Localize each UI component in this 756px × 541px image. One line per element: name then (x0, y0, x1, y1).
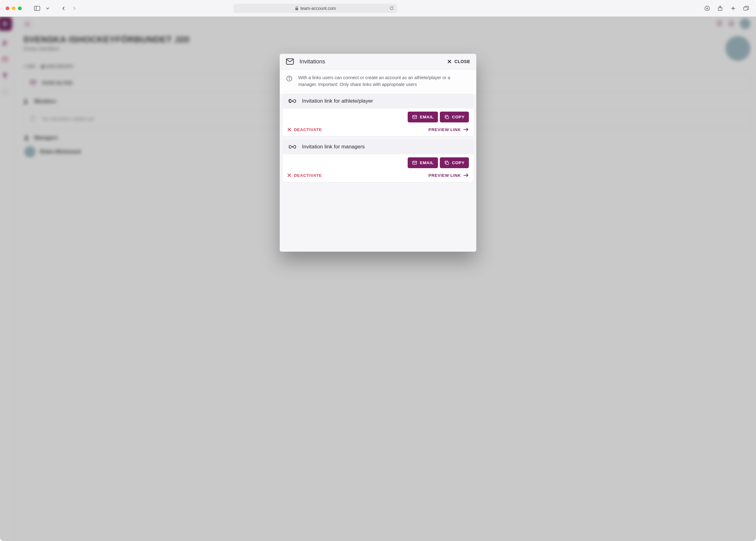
window-minimize[interactable] (12, 6, 15, 10)
preview-link-button[interactable]: PREVIEW LINK (428, 127, 469, 132)
modal-header: Invitations CLOSE (280, 54, 476, 70)
close-button[interactable]: CLOSE (447, 59, 470, 64)
invite-card-header: Invitation link for managers (283, 140, 473, 154)
modal-info: With a links users can connect or create… (280, 70, 476, 94)
copy-button[interactable]: COPY (440, 112, 469, 122)
svg-rect-29 (291, 101, 294, 101)
deactivate-button[interactable]: DEACTIVATE (287, 127, 322, 132)
modal-overlay[interactable]: Invitations CLOSE With a links users can… (0, 17, 756, 541)
new-tab-button[interactable] (729, 4, 737, 13)
link-icon (288, 99, 296, 104)
svg-rect-2 (295, 8, 298, 10)
invite-card-managers: Invitation link for managers EMAIL COPY (283, 140, 473, 182)
link-icon (288, 144, 296, 149)
svg-rect-0 (34, 6, 40, 11)
url-host: team-account.com (300, 6, 336, 11)
window-controls (6, 6, 22, 10)
invite-card-athlete: Invitation link for athlete/player EMAIL… (283, 94, 473, 136)
deactivate-button[interactable]: DEACTIVATE (287, 173, 322, 178)
window-close[interactable] (6, 6, 9, 10)
email-button[interactable]: EMAIL (408, 112, 438, 122)
nav-back-button[interactable] (59, 4, 68, 13)
svg-rect-35 (291, 146, 294, 147)
sidebar-toggle-button[interactable] (33, 4, 41, 13)
invite-card-title: Invitation link for athlete/player (302, 98, 373, 104)
window-zoom[interactable] (18, 6, 22, 10)
url-bar[interactable]: team-account.com (233, 4, 397, 13)
copy-button[interactable]: COPY (440, 157, 469, 168)
browser-window: team-account.com (0, 0, 756, 541)
modal-info-text: With a links users can connect or create… (298, 75, 470, 88)
svg-point-28 (289, 77, 290, 78)
email-button[interactable]: EMAIL (408, 157, 438, 168)
invite-card-header: Invitation link for athlete/player (283, 94, 473, 109)
downloads-button[interactable] (703, 4, 711, 13)
svg-rect-37 (446, 162, 449, 165)
mail-icon (286, 58, 294, 65)
invitations-modal: Invitations CLOSE With a links users can… (280, 54, 476, 252)
svg-rect-9 (744, 7, 747, 10)
tabs-overview-button[interactable] (742, 4, 750, 13)
app-viewport: SVENSKA ISHOCKEYFÖRBUNDET J20 Group memb… (0, 17, 756, 541)
browser-titlebar: team-account.com (0, 0, 756, 17)
svg-rect-31 (446, 116, 449, 119)
preview-link-button[interactable]: PREVIEW LINK (428, 173, 469, 178)
invite-card-title: Invitation link for managers (302, 144, 365, 150)
tab-menu-chevron[interactable] (43, 4, 52, 13)
modal-title: Invitations (299, 58, 325, 65)
reload-icon[interactable] (389, 6, 394, 11)
info-icon (286, 75, 293, 88)
close-icon (447, 59, 452, 64)
lock-icon (295, 6, 298, 11)
close-label: CLOSE (454, 59, 470, 64)
share-button[interactable] (716, 4, 724, 13)
nav-forward-button[interactable] (70, 4, 79, 13)
